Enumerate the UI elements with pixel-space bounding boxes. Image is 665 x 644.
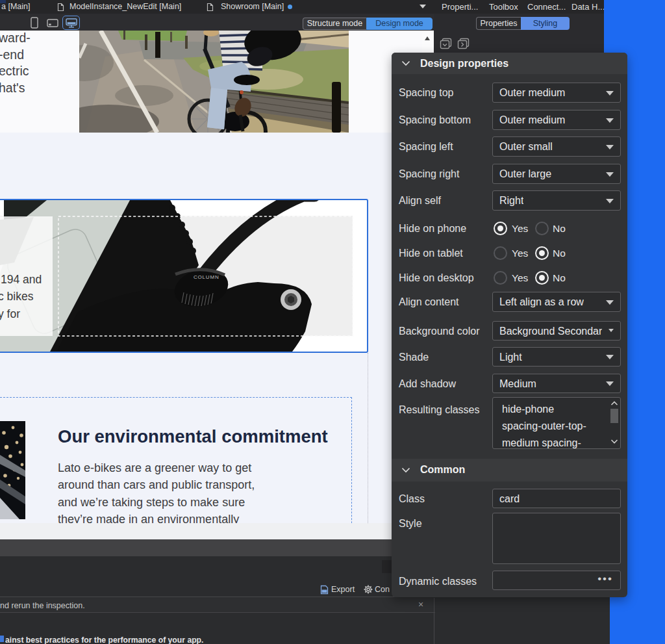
svg-text:y for: y for: [0, 307, 20, 320]
svg-text:c bikes: c bikes: [0, 290, 34, 303]
svg-text:COLUMN: COLUMN: [194, 274, 219, 280]
svg-text:194 and: 194 and: [1, 273, 42, 286]
